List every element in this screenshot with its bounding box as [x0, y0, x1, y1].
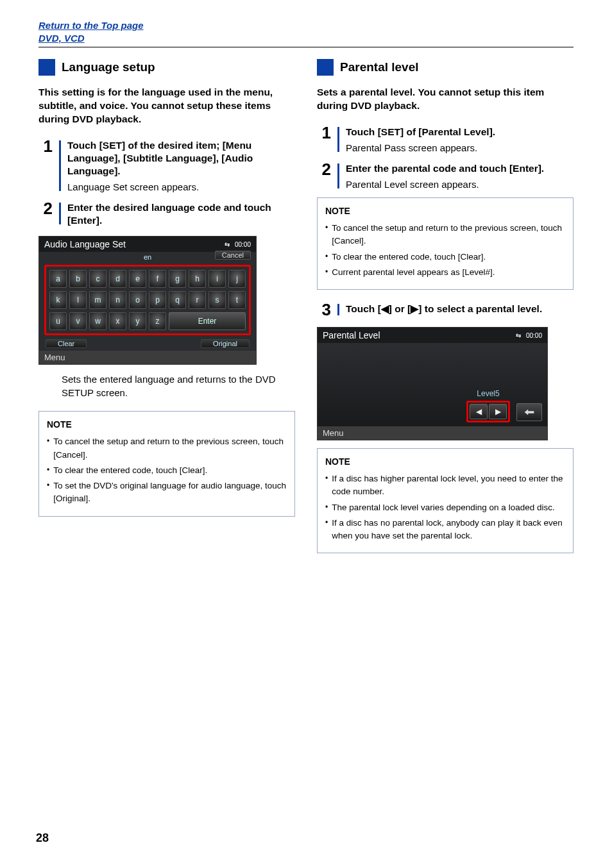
section-header-parental: Parental level — [317, 59, 574, 76]
key-g[interactable]: g — [169, 270, 186, 288]
key-c[interactable]: c — [89, 270, 106, 288]
right-column: Parental level Sets a parental level. Yo… — [317, 59, 574, 565]
parental-level-screenshot: Parental Level ⇆ 00:00 Level5 ◀ ▶ — [317, 327, 574, 440]
key-k[interactable]: k — [49, 291, 67, 309]
back-icon[interactable]: ⇆ — [516, 333, 521, 338]
key-v[interactable]: v — [69, 312, 87, 330]
note-box: NOTE If a disc has higher parental lock … — [317, 448, 574, 553]
step-2-text: Enter the desired language code and touc… — [67, 201, 295, 227]
level-label: Level5 — [477, 389, 499, 398]
menu-bar[interactable]: Menu — [318, 426, 547, 440]
back-icon[interactable]: ⇆ — [225, 242, 230, 247]
note-title: NOTE — [325, 455, 565, 469]
clock: 00:00 — [526, 332, 542, 339]
step-1-sub: Parental Pass screen appears. — [346, 141, 574, 154]
key-b[interactable]: b — [69, 270, 87, 288]
step-2: 2 Enter the desired language code and to… — [38, 200, 295, 227]
section-link[interactable]: DVD, VCD — [38, 32, 574, 45]
step-1-sub: Language Set screen appears. — [67, 180, 295, 194]
section-header-language: Language setup — [38, 59, 295, 76]
note-item: To clear the entered code, touch [Clear]… — [325, 251, 565, 263]
note-box: NOTE To cancel the setup and return to t… — [317, 197, 574, 290]
step-2: 2 Enter the parental code and touch [Ent… — [317, 161, 574, 191]
step-2-sub: Parental Level screen appears. — [346, 178, 574, 191]
note-item: If a disc has no parental lock, anybody … — [325, 517, 565, 543]
step-bar-icon — [59, 203, 61, 224]
key-u[interactable]: u — [49, 312, 67, 330]
step-bar-icon — [337, 163, 339, 188]
step-number: 2 — [317, 161, 331, 191]
step-1-text: Touch [SET] of [Parental Level]. — [346, 126, 574, 138]
enter-button[interactable]: Enter — [169, 312, 246, 330]
note-item: To clear the entered code, touch [Clear]… — [47, 464, 287, 477]
note-box: NOTE To cancel the setup and return to t… — [38, 411, 295, 516]
step-number: 1 — [317, 124, 331, 154]
key-t[interactable]: t — [228, 291, 246, 309]
clear-button[interactable]: Clear — [46, 339, 87, 348]
note-title: NOTE — [47, 418, 287, 431]
section-title: Parental level — [340, 60, 419, 74]
key-x[interactable]: x — [109, 312, 126, 330]
note-item: To cancel the setup and return to the pr… — [325, 222, 565, 248]
key-e[interactable]: e — [129, 270, 146, 288]
key-m[interactable]: m — [89, 291, 106, 309]
key-h[interactable]: h — [189, 270, 206, 288]
after-screen-text: Sets the entered language and returns to… — [62, 372, 295, 399]
divider — [38, 47, 574, 47]
key-q[interactable]: q — [169, 291, 186, 309]
key-w[interactable]: w — [89, 312, 106, 330]
arrow-highlight: ◀ ▶ — [466, 401, 510, 422]
step-3: 3 Touch [◀] or [▶] to select a parental … — [317, 301, 574, 318]
key-z[interactable]: z — [149, 312, 166, 330]
key-n[interactable]: n — [109, 291, 126, 309]
step-3-text: Touch [◀] or [▶] to select a parental le… — [346, 303, 574, 315]
step-number: 1 — [38, 138, 53, 194]
intro-text: This setting is for the language used in… — [38, 86, 295, 126]
cancel-button[interactable]: Cancel — [215, 251, 251, 260]
language-set-screenshot: Audio Language Set ⇆ 00:00 en Cancel abc… — [38, 236, 295, 365]
page-number: 28 — [36, 831, 49, 845]
return-button[interactable] — [516, 403, 542, 421]
step-bar-icon — [59, 140, 61, 191]
key-i[interactable]: i — [208, 270, 226, 288]
step-1-text: Touch [SET] of the desired item; [Menu L… — [67, 139, 295, 178]
key-y[interactable]: y — [129, 312, 146, 330]
menu-bar[interactable]: Menu — [39, 351, 256, 364]
key-d[interactable]: d — [109, 270, 126, 288]
step-bar-icon — [337, 127, 339, 152]
key-l[interactable]: l — [69, 291, 87, 309]
step-1: 1 Touch [SET] of [Parental Level]. Paren… — [317, 124, 574, 154]
step-2-text: Enter the parental code and touch [Enter… — [346, 162, 574, 175]
note-item: To cancel the setup and return to the pr… — [47, 435, 287, 462]
section-marker-icon — [38, 59, 55, 76]
key-f[interactable]: f — [149, 270, 166, 288]
clock: 00:00 — [235, 241, 251, 248]
lang-code: en — [144, 253, 151, 261]
left-column: Language setup This setting is for the l… — [38, 59, 295, 565]
key-a[interactable]: a — [49, 270, 67, 288]
top-links: Return to the Top page DVD, VCD — [38, 19, 574, 44]
note-title: NOTE — [325, 204, 565, 218]
original-button[interactable]: Original — [201, 339, 250, 348]
step-number: 3 — [317, 301, 331, 318]
note-item: If a disc has higher parental lock level… — [325, 472, 565, 499]
step-1: 1 Touch [SET] of the desired item; [Menu… — [38, 138, 295, 194]
note-item: Current parental level appears as [Level… — [325, 266, 565, 279]
key-p[interactable]: p — [149, 291, 166, 309]
return-top-link[interactable]: Return to the Top page — [38, 19, 574, 32]
screen-title: Audio Language Set — [44, 239, 126, 249]
section-title: Language setup — [62, 60, 155, 74]
section-marker-icon — [317, 59, 334, 76]
key-r[interactable]: r — [189, 291, 206, 309]
note-item: To set the DVD's original language for a… — [47, 480, 287, 506]
note-item: The parental lock level varies depending… — [325, 501, 565, 514]
key-j[interactable]: j — [228, 270, 246, 288]
step-number: 2 — [38, 200, 53, 227]
key-o[interactable]: o — [129, 291, 146, 309]
key-s[interactable]: s — [208, 291, 226, 309]
keyboard-highlight: abcdefghij klmnopqrst uvwxyzEnter — [44, 265, 251, 335]
step-bar-icon — [337, 304, 339, 315]
intro-text: Sets a parental level. You cannot setup … — [317, 86, 574, 113]
prev-button[interactable]: ◀ — [470, 404, 488, 419]
next-button[interactable]: ▶ — [489, 404, 507, 419]
